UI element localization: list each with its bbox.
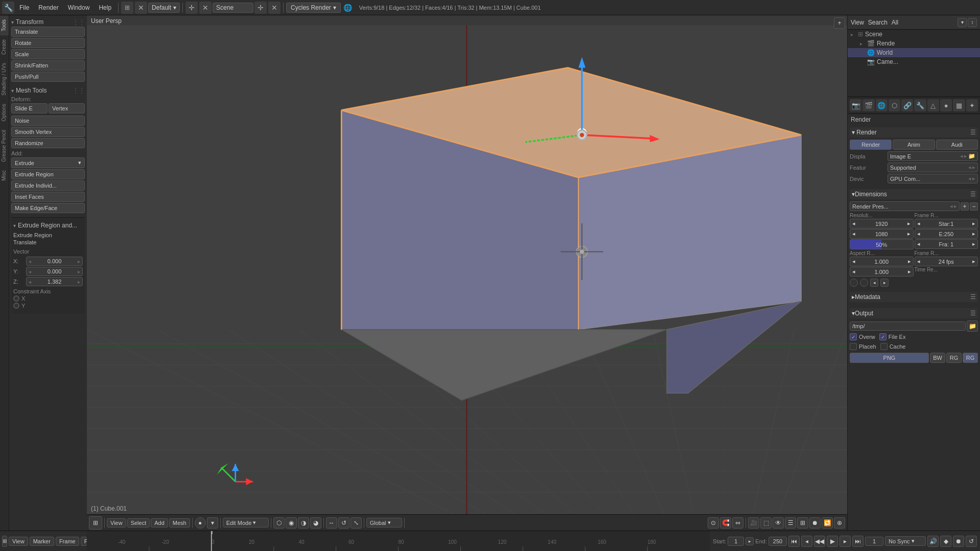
origin-icon[interactable]: ● [195, 517, 206, 529]
vtab-tools[interactable]: Tools [0, 15, 9, 35]
jump-start-btn[interactable]: ⏮ [788, 536, 800, 547]
snap-icon[interactable]: 🧲 [720, 517, 731, 529]
audi-tab-btn[interactable]: Audi [936, 140, 978, 150]
play-reverse-btn[interactable]: ◀◀ [814, 536, 825, 547]
outliner-view-label[interactable]: View [851, 19, 864, 26]
make-edge-face-btn[interactable]: Make Edge/Face [11, 203, 85, 213]
vertex-btn[interactable]: Vertex [49, 103, 85, 113]
render-tab-btn[interactable]: Render [850, 140, 892, 150]
shading-wire-icon[interactable]: ⬡ [273, 517, 285, 529]
vtab-create[interactable]: Create [0, 35, 9, 59]
extrude-individ-btn[interactable]: Extrude Individ... [11, 180, 85, 191]
rotate-btn[interactable]: Rotate [11, 38, 85, 48]
noise-btn[interactable]: Noise [11, 116, 85, 126]
viewport-3d[interactable]: User Persp [87, 15, 847, 531]
extra-icon[interactable]: ⊕ [834, 517, 845, 529]
view-btn[interactable]: View [107, 518, 126, 527]
outliner-camera-item[interactable]: 📷 Came... [848, 57, 980, 66]
extrude-dropdown-btn[interactable]: Extrude ▾ [11, 157, 85, 168]
vtab-grease[interactable]: Grease Pencil [0, 126, 9, 166]
push-pull-btn[interactable]: Push/Pull [11, 72, 85, 82]
menu-help[interactable]: Help [95, 3, 115, 12]
rgba-btn[interactable]: RG [963, 353, 978, 363]
scene-close-icon[interactable]: ✕ [268, 2, 281, 14]
vtab-options[interactable]: Options [0, 100, 9, 125]
aspect-x-field[interactable]: ◂1.000▸ [850, 257, 914, 266]
slide-e-btn[interactable]: Slide E [11, 103, 48, 113]
inset-faces-btn[interactable]: Inset Faces [11, 192, 85, 202]
preset-add-btn[interactable]: + [961, 202, 969, 211]
preset-minus-btn[interactable]: − [970, 202, 978, 211]
sync-mode-dropdown[interactable]: No Sync ▾ [885, 536, 926, 546]
origin-arrow-icon[interactable]: ▾ [207, 517, 218, 529]
mirror-icon[interactable]: ⇔ [732, 517, 743, 529]
shading-tex-icon[interactable]: ◑ [298, 517, 309, 529]
menu-render[interactable]: Render [34, 3, 62, 12]
end-frame-field[interactable]: 250 [768, 537, 787, 546]
cross-icon[interactable]: ✕ [199, 2, 212, 14]
outliner-sync-icon[interactable]: ↕ [968, 18, 977, 27]
next-frame-btn[interactable]: ▸ [839, 536, 851, 547]
bw-btn[interactable]: BW [930, 353, 945, 363]
proportional-icon[interactable]: ⊙ [708, 517, 719, 529]
view-mode-icon[interactable]: ⊞ [89, 516, 102, 530]
prop-icon-particles[interactable]: ✦ [966, 99, 978, 111]
vtab-misc[interactable]: Misc [0, 166, 9, 185]
mesh-tools-header[interactable]: ▾ Mesh Tools ⋮⋮ [11, 86, 85, 95]
prev-frame-btn[interactable]: ◂ [801, 536, 812, 547]
timeline-view-btn[interactable]: View [9, 537, 28, 546]
scene-add-icon[interactable]: ✛ [254, 2, 267, 14]
y-value-field[interactable]: ◂ 0.000 ▸ [26, 267, 83, 276]
sync-icon[interactable]: ↺ [966, 536, 977, 547]
display-value[interactable]: Image E ◂▸📁 [888, 151, 978, 161]
timeline-frame-btn[interactable]: Frame [56, 537, 79, 546]
prop-icon-constraint[interactable]: 🔗 [901, 99, 913, 111]
view-nav-icon[interactable]: 🎥 [748, 517, 759, 529]
output-header[interactable]: ▾ Output ☰ [850, 308, 978, 318]
layout-mode-selector[interactable]: Default ▾ [148, 3, 180, 13]
prop-icon-world[interactable]: 🌐 [876, 99, 888, 111]
transform-icon[interactable]: ✛ [185, 2, 198, 14]
time-nav-prev[interactable]: ◂ [870, 279, 878, 287]
time-nav-next[interactable]: ▸ [880, 279, 889, 287]
timeline-view-icon[interactable]: ⊞ [2, 536, 7, 547]
transform-header[interactable]: ▾ Transform ⋮⋮ [11, 17, 85, 27]
onion-icon[interactable]: ⏺ [953, 536, 964, 547]
scale-manipulator-icon[interactable]: ⤡ [351, 517, 362, 529]
audio-icon[interactable]: 🔊 [927, 536, 939, 547]
shrink-flatten-btn[interactable]: Shrink/Fatten [11, 60, 85, 71]
record-icon[interactable]: ⏺ [809, 517, 821, 529]
keyframe-icon[interactable]: ◆ [940, 536, 951, 547]
frame-rate-field[interactable]: ◂24 fps▸ [915, 257, 978, 266]
device-value[interactable]: GPU Com... ◂▸ [888, 174, 978, 183]
dimensions-header[interactable]: ▾ Dimensions ☰ [850, 189, 978, 199]
prop-icon-render[interactable]: 📷 [850, 99, 861, 111]
layout-grid-icon[interactable]: ⊞ [121, 2, 133, 14]
aspect-y-field[interactable]: ◂1.000▸ [850, 267, 914, 277]
global-dropdown[interactable]: Global ▾ [366, 518, 402, 527]
resolution-y-field[interactable]: ◂1080▸ [850, 229, 914, 239]
outliner-filter-icon[interactable]: ▾ [958, 18, 967, 27]
output-path-field[interactable]: /tmp/ [850, 322, 966, 331]
start-inc-icon[interactable]: ▸ [745, 537, 754, 545]
start-frame-field[interactable]: ◂Star:1▸ [915, 219, 978, 228]
rg-btn[interactable]: RG [946, 353, 962, 363]
anim-tab-btn[interactable]: Anim [893, 140, 935, 150]
edit-mode-dropdown[interactable]: Edit Mode ▾ [223, 518, 269, 527]
scene-selector[interactable]: Scene [213, 3, 253, 13]
feature-value[interactable]: Supported ◂▸ [888, 163, 978, 172]
menu-window[interactable]: Window [64, 3, 94, 12]
mesh-btn[interactable]: Mesh [169, 518, 190, 527]
vtab-relations[interactable]: Shading / UVs [0, 59, 9, 100]
extrude-region-btn[interactable]: Extrude Region [11, 169, 85, 179]
render-engine-selector[interactable]: Cycles Render ▾ [286, 3, 341, 13]
fra-field[interactable]: ◂Fra: 1▸ [915, 239, 978, 249]
add-btn[interactable]: Add [151, 518, 168, 527]
shading-rendered-icon[interactable]: ◕ [310, 517, 321, 529]
close-layout-icon[interactable]: ✕ [135, 2, 147, 14]
scale-btn[interactable]: Scale [11, 49, 85, 59]
end-frame-field[interactable]: ◂E:250▸ [915, 229, 978, 239]
expand-icon[interactable]: + [834, 17, 845, 29]
prop-icon-modifier[interactable]: 🔧 [914, 99, 926, 111]
translate-btn[interactable]: Translate [11, 27, 85, 37]
